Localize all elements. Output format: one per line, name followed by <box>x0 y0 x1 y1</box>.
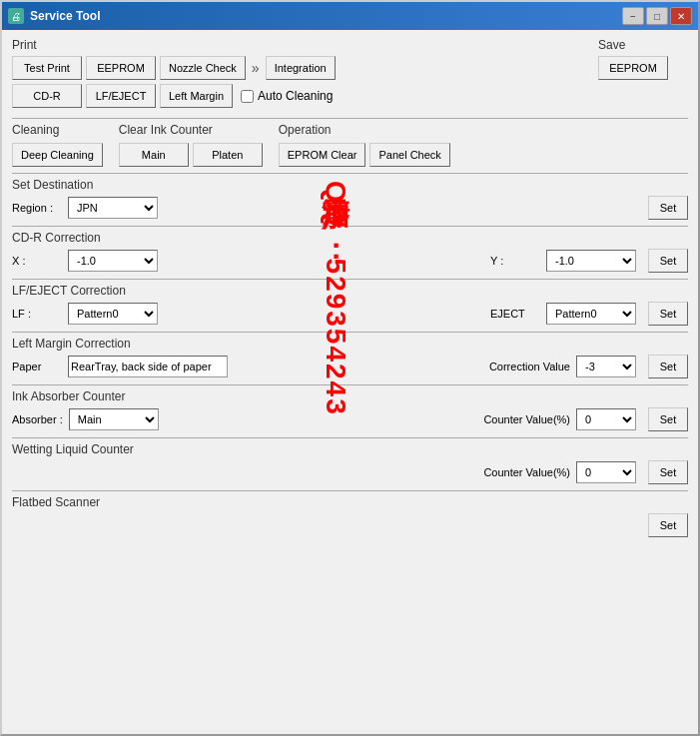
save-section: Save EEPROM <box>598 38 688 80</box>
deep-cleaning-button[interactable]: Deep Cleaning <box>12 143 103 167</box>
divider-6 <box>12 384 688 385</box>
close-button[interactable]: ✕ <box>670 7 692 25</box>
clear-ink-buttons: Main Platen <box>119 143 263 167</box>
main-button[interactable]: Main <box>119 143 189 167</box>
eeprom-clear-button[interactable]: EPROM Clear <box>279 143 366 167</box>
wetting-set-button[interactable]: Set <box>648 460 688 484</box>
print-row-1: Test Print EEPROM Nozzle Check » Integra… <box>12 56 588 80</box>
y-label: Y : <box>490 255 540 267</box>
double-arrow-icon: » <box>250 60 262 76</box>
auto-cleaning-row: Auto Cleaning <box>241 89 333 103</box>
divider-5 <box>12 332 688 333</box>
region-row: Region : JPN USA EUR AUS Set <box>12 196 688 220</box>
cleaning-label: Cleaning <box>12 123 103 137</box>
set-destination-section: Set Destination Region : JPN USA EUR AUS… <box>12 178 688 220</box>
eject-label: EJECT <box>490 308 540 320</box>
correction-value-label: Correction Value <box>489 361 570 372</box>
flatbed-row: Set <box>12 513 688 537</box>
operation-group: Operation EPROM Clear Panel Check <box>279 123 450 167</box>
lf-eject-set-button[interactable]: Set <box>648 302 688 326</box>
window-title: Service Tool <box>30 9 100 23</box>
platen-button[interactable]: Platen <box>193 143 263 167</box>
ink-absorber-label: Ink Absorber Counter <box>12 389 688 403</box>
eeprom-button[interactable]: EEPROM <box>86 56 156 80</box>
app-icon: 🖨 <box>8 8 24 24</box>
wetting-liquid-label: Wetting Liquid Counter <box>12 442 688 456</box>
flatbed-set-button[interactable]: Set <box>648 513 688 537</box>
main-window: 🖨 Service Tool − □ ✕ 清零加QQ：529354243 Pri… <box>0 0 700 736</box>
cd-r-correction-section: CD-R Correction X : -1.00.01.0 Y : -1.00… <box>12 231 688 273</box>
divider-8 <box>12 490 688 491</box>
content-area: 清零加QQ：529354243 Print Test Print EEPROM … <box>2 30 698 551</box>
title-bar: 🖨 Service Tool − □ ✕ <box>2 2 698 30</box>
flatbed-scanner-section: Flatbed Scanner Set <box>12 495 688 537</box>
lf-eject-button[interactable]: LF/EJECT <box>86 84 156 108</box>
region-select[interactable]: JPN USA EUR AUS <box>68 197 158 219</box>
minimize-button[interactable]: − <box>622 7 644 25</box>
panel-check-button[interactable]: Panel Check <box>369 143 449 167</box>
clear-ink-group: Clear Ink Counter Main Platen <box>119 123 263 167</box>
ink-absorber-section: Ink Absorber Counter Absorber : MainPlat… <box>12 389 688 431</box>
lf-select[interactable]: Pattern0Pattern1Pattern2 <box>68 303 158 325</box>
lf-eject-row: LF : Pattern0Pattern1Pattern2 EJECT Patt… <box>12 302 688 326</box>
window-controls: − □ ✕ <box>622 7 692 25</box>
print-left: Print Test Print EEPROM Nozzle Check » I… <box>12 38 588 112</box>
set-destination-label: Set Destination <box>12 178 688 192</box>
cd-r-set-button[interactable]: Set <box>648 249 688 273</box>
flatbed-scanner-label: Flatbed Scanner <box>12 495 688 509</box>
absorber-label: Absorber : <box>12 413 63 425</box>
divider-7 <box>12 437 688 438</box>
paper-label: Paper <box>12 361 62 372</box>
divider-3 <box>12 226 688 227</box>
correction-value-select[interactable]: -3-2-10123 <box>576 356 636 377</box>
divider-1 <box>12 118 688 119</box>
y-select[interactable]: -1.00.01.0 <box>546 250 636 272</box>
print-row-2: CD-R LF/EJECT Left Margin Auto Cleaning <box>12 84 588 108</box>
wetting-liquid-section: Wetting Liquid Counter Counter Value(%) … <box>12 442 688 484</box>
save-label: Save <box>598 38 688 52</box>
absorber-select[interactable]: MainPlaten <box>69 408 159 430</box>
set-destination-button[interactable]: Set <box>648 196 688 220</box>
lf-eject-correction-section: LF/EJECT Correction LF : Pattern0Pattern… <box>12 284 688 326</box>
cleaning-buttons: Deep Cleaning <box>12 143 103 167</box>
left-margin-correction-section: Left Margin Correction Paper Correction … <box>12 337 688 378</box>
paper-input[interactable] <box>68 356 228 377</box>
operation-buttons: EPROM Clear Panel Check <box>279 143 450 167</box>
operation-label: Operation <box>279 123 450 137</box>
test-print-button[interactable]: Test Print <box>12 56 82 80</box>
cd-r-xy-row: X : -1.00.01.0 Y : -1.00.01.0 Set <box>12 249 688 273</box>
ink-counter-value-label: Counter Value(%) <box>483 413 570 425</box>
cleaning-group: Cleaning Deep Cleaning <box>12 123 103 167</box>
x-label: X : <box>12 255 62 267</box>
auto-cleaning-label: Auto Cleaning <box>258 89 333 103</box>
left-margin-row: Paper Correction Value -3-2-10123 Set <box>12 355 688 378</box>
auto-cleaning-checkbox[interactable] <box>241 90 254 103</box>
ink-absorber-row: Absorber : MainPlaten Counter Value(%) 0… <box>12 407 688 431</box>
print-label: Print <box>12 38 588 52</box>
eject-select[interactable]: Pattern0Pattern1Pattern2 <box>546 303 636 325</box>
left-margin-set-button[interactable]: Set <box>648 355 688 378</box>
cleaning-row: Cleaning Deep Cleaning Clear Ink Counter… <box>12 123 688 167</box>
region-label: Region : <box>12 202 62 214</box>
left-margin-button[interactable]: Left Margin <box>160 84 233 108</box>
ink-absorber-set-button[interactable]: Set <box>648 407 688 431</box>
clear-ink-label: Clear Ink Counter <box>119 123 263 137</box>
divider-2 <box>12 173 688 174</box>
cd-r-correction-label: CD-R Correction <box>12 231 688 245</box>
divider-4 <box>12 279 688 280</box>
title-bar-left: 🖨 Service Tool <box>8 8 100 24</box>
ink-counter-select[interactable]: 0102050100 <box>576 408 636 430</box>
integration-button[interactable]: Integration <box>266 56 336 80</box>
left-margin-corr-label: Left Margin Correction <box>12 337 688 351</box>
x-select[interactable]: -1.00.01.0 <box>68 250 158 272</box>
lf-label: LF : <box>12 308 62 320</box>
save-eeprom-button[interactable]: EEPROM <box>598 56 668 80</box>
nozzle-check-button[interactable]: Nozzle Check <box>160 56 246 80</box>
wetting-row: Counter Value(%) 0102050100 Set <box>12 460 688 484</box>
cd-r-button[interactable]: CD-R <box>12 84 82 108</box>
lf-eject-label: LF/EJECT Correction <box>12 284 688 298</box>
print-section: Print Test Print EEPROM Nozzle Check » I… <box>12 38 688 112</box>
restore-button[interactable]: □ <box>646 7 668 25</box>
wetting-counter-select[interactable]: 0102050100 <box>576 461 636 483</box>
wetting-counter-label: Counter Value(%) <box>483 466 570 478</box>
